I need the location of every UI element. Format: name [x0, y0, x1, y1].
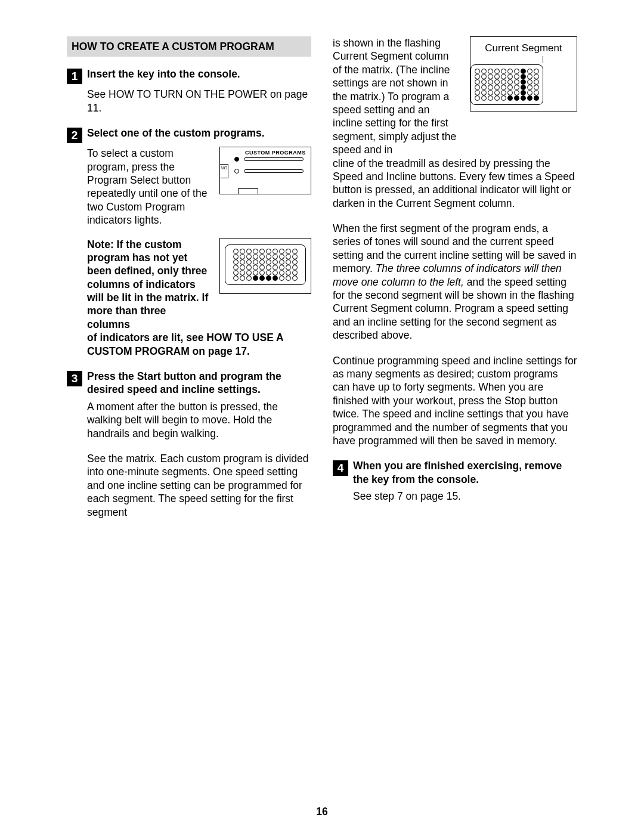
- current-segment-label: Current Segment: [470, 42, 577, 55]
- matrix-dot: [527, 74, 532, 79]
- matrix-dot: [246, 265, 252, 270]
- matrix-dot: [240, 249, 245, 254]
- matrix-dot: [292, 270, 298, 275]
- matrix-dot: [494, 95, 500, 101]
- matrix-dot: [488, 69, 493, 74]
- matrix-dot: [488, 74, 493, 79]
- step-3-p1: A moment after the button is pressed, th…: [87, 400, 311, 440]
- matrix-dot: [246, 270, 252, 275]
- matrix-dot: [521, 90, 526, 95]
- matrix-dot: [273, 259, 278, 265]
- step-1-body: See HOW TO TURN ON THE POWER on page 11.: [87, 88, 311, 114]
- matrix-dot: [279, 249, 284, 254]
- step-2-title: Select one of the custom programs.: [87, 126, 265, 140]
- custom-programs-panel-illustration: CUSTOM PROGRAMS NG: [219, 147, 311, 194]
- matrix-dot: [266, 270, 271, 275]
- matrix-dot: [501, 79, 506, 85]
- matrix-dot: [292, 265, 298, 270]
- matrix-dot: [286, 270, 291, 275]
- matrix-dot: [514, 90, 519, 95]
- matrix-dot: [246, 249, 252, 254]
- matrix-dot: [233, 249, 239, 254]
- matrix-dot: [488, 79, 493, 85]
- panel-side-label: NG: [220, 164, 228, 178]
- matrix-dot: [527, 95, 532, 101]
- matrix-dot: [527, 85, 532, 90]
- program-slot-1: [244, 157, 304, 161]
- matrix-dot: [286, 275, 291, 281]
- matrix-dot: [286, 259, 291, 265]
- matrix-dot: [494, 69, 500, 74]
- matrix-dot: [488, 95, 493, 101]
- step-2-note-text-top: Note: If the custom program has not yet …: [87, 238, 211, 332]
- matrix-dot: [527, 69, 532, 74]
- matrix-dot: [240, 270, 245, 275]
- step-4-header: 4 When you are finished exercising, remo…: [333, 459, 577, 486]
- matrix-dot: [266, 265, 271, 270]
- matrix-dot: [514, 74, 519, 79]
- step-3-p2: See the matrix. Each custom program is d…: [87, 452, 311, 519]
- current-segment-pointer: [543, 56, 543, 63]
- matrix-dot: [253, 270, 258, 275]
- step-2-body: To select a custom program, press the Pr…: [87, 147, 311, 358]
- section-title: HOW TO CREATE A CUSTOM PROGRAM: [67, 36, 311, 57]
- matrix-dot: [475, 90, 480, 95]
- matrix-dot: [514, 95, 519, 101]
- matrix-dot: [507, 79, 513, 85]
- matrix-dot: [475, 79, 480, 85]
- step-1-title: Insert the key into the console.: [87, 67, 240, 80]
- step-2-number: 2: [67, 128, 82, 143]
- matrix-dot: [233, 254, 239, 259]
- matrix-dot: [279, 275, 284, 281]
- matrix-dot: [246, 254, 252, 259]
- matrix-dot: [240, 259, 245, 265]
- matrix-dot: [246, 275, 252, 281]
- matrix-dot: [292, 275, 298, 281]
- matrix-dot: [240, 275, 245, 281]
- matrix-dot: [475, 85, 480, 90]
- matrix-dot: [266, 249, 271, 254]
- matrix-dot: [233, 259, 239, 265]
- matrix-dot: [266, 259, 271, 265]
- matrix-dot: [259, 259, 265, 265]
- right-p1b: cline of the treadmill as desired by pre…: [333, 157, 577, 210]
- step-4-number: 4: [333, 460, 348, 476]
- right-p3: Continue programming speed and incline s…: [333, 354, 577, 448]
- step-2-select-text: To select a custom program, press the Pr…: [87, 147, 211, 227]
- matrix-dot: [475, 95, 480, 101]
- step-3-body: A moment after the button is pressed, th…: [87, 400, 311, 519]
- indicator-dot-filled: [234, 157, 239, 162]
- matrix-dot: [494, 79, 500, 85]
- matrix-dot: [273, 270, 278, 275]
- matrix-dot: [527, 90, 532, 95]
- matrix-dot: [259, 265, 265, 270]
- matrix-dot: [488, 90, 493, 95]
- indicator-dot-empty: [234, 169, 239, 174]
- matrix-dot: [253, 259, 258, 265]
- matrix-dot: [501, 90, 506, 95]
- matrix-dot: [266, 275, 271, 281]
- current-segment-figure: Current Segment: [470, 36, 577, 112]
- matrix-dot: [273, 254, 278, 259]
- matrix-dot: [521, 79, 526, 85]
- matrix-dot: [481, 79, 487, 85]
- matrix-dot: [514, 69, 519, 74]
- matrix-dot: [521, 69, 526, 74]
- matrix-dot: [286, 254, 291, 259]
- matrix-dot: [534, 85, 539, 90]
- right-column: is shown in the flashing Current Segment…: [333, 36, 577, 531]
- matrix-dot: [481, 95, 487, 101]
- matrix-dot: [481, 90, 487, 95]
- matrix-dot: [233, 270, 239, 275]
- matrix-dot: [481, 74, 487, 79]
- matrix-dot: [521, 95, 526, 101]
- right-p1a: is shown in the flashing Current Segment…: [333, 36, 458, 157]
- matrix-illustration-left: [219, 238, 311, 294]
- matrix-dot: [273, 265, 278, 270]
- matrix-dot: [521, 74, 526, 79]
- matrix-dot: [292, 254, 298, 259]
- step-3-header: 3 Press the Start button and program the…: [67, 370, 311, 397]
- matrix-dot: [279, 259, 284, 265]
- step-4-title: When you are finished exercising, remove…: [353, 459, 577, 486]
- matrix-dot: [507, 74, 513, 79]
